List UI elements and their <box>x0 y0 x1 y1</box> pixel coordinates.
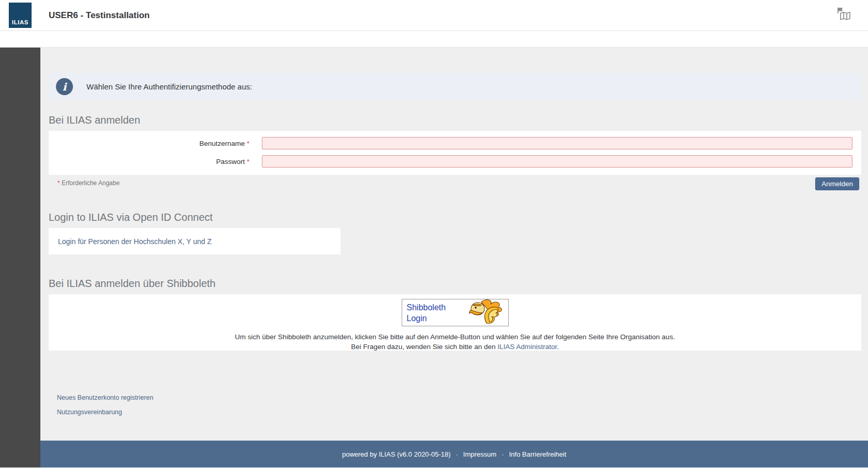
shibboleth-phoenix-icon <box>466 299 506 326</box>
terms-link[interactable]: Nutzungsvereinbarung <box>57 409 861 416</box>
passwort-label: Passwort * <box>49 158 249 165</box>
required-asterisk: * <box>247 158 249 165</box>
openid-box: Login für Personen der Hochschulen X, Y … <box>49 228 341 254</box>
subheader-bar <box>0 31 868 48</box>
ilias-administrator-link[interactable]: ILIAS Administrator <box>497 343 557 351</box>
page-title: USER6 - Testinstallation <box>49 10 150 21</box>
passwort-input[interactable] <box>262 155 852 168</box>
shibboleth-box: Shibboleth Login <box>49 294 861 351</box>
language-flags-icon <box>836 6 851 25</box>
shibboleth-login-button[interactable]: Shibboleth Login <box>402 299 509 326</box>
impressum-link[interactable]: Impressum <box>463 450 496 458</box>
shibboleth-section-heading: Bei ILIAS anmelden über Shibboleth <box>49 278 861 290</box>
bottom-links: Neues Benutzerkonto registrieren Nutzung… <box>49 394 861 416</box>
benutzername-label: Benutzername * <box>49 140 249 147</box>
openid-section-heading: Login to ILIAS via Open ID Connect <box>49 212 861 223</box>
info-text: Wählen Sie Ihre Authentifizierungsmethod… <box>86 82 252 91</box>
shibboleth-instruction-line1: Um sich über Shibboleth anzumelden, klic… <box>49 332 861 342</box>
register-link[interactable]: Neues Benutzerkonto registrieren <box>57 394 861 401</box>
powered-by-text: powered by ILIAS (v6.0 2020-05-18) <box>342 450 451 458</box>
field-row-passwort: Passwort * <box>49 155 852 168</box>
shibboleth-instruction-line2: Bei Fragen dazu, wenden Sie sich bitte a… <box>49 342 861 352</box>
benutzername-input[interactable] <box>262 137 852 149</box>
required-note: * Erforderliche Angabe <box>49 179 861 187</box>
info-box: i Wählen Sie Ihre Authentifizierungsmeth… <box>49 73 861 100</box>
anmelden-button[interactable]: Anmelden <box>815 177 859 190</box>
info-icon: i <box>56 78 73 95</box>
required-asterisk: * <box>247 140 249 147</box>
header: ILIAS USER6 - Testinstallation <box>0 0 868 31</box>
footer: powered by ILIAS (v6.0 2020-05-18) · Imp… <box>40 441 868 467</box>
openid-login-link[interactable]: Login für Personen der Hochschulen X, Y … <box>58 237 212 246</box>
required-asterisk: * <box>57 179 60 187</box>
login-form: Benutzername * Passwort * <box>49 131 861 175</box>
ilias-logo-text: ILIAS <box>12 19 28 28</box>
language-switcher-button[interactable] <box>835 7 852 24</box>
footer-separator: · <box>502 450 504 458</box>
main-area: i Wählen Sie Ihre Authentifizierungsmeth… <box>40 48 868 467</box>
login-section-heading: Bei ILIAS anmelden <box>49 114 861 126</box>
shibboleth-instructions: Um sich über Shibboleth anzumelden, klic… <box>49 332 861 352</box>
barrierefreiheit-link[interactable]: Info Barrierefreiheit <box>509 450 567 458</box>
login-page: ILIAS USER6 - Testinstallation i Wähle <box>0 0 868 468</box>
ilias-logo[interactable]: ILIAS <box>9 3 32 28</box>
sidebar <box>0 48 40 467</box>
shibboleth-button-label: Shibboleth Login <box>407 302 466 324</box>
footer-separator: · <box>456 450 458 458</box>
field-row-benutzername: Benutzername * <box>49 137 852 149</box>
form-actions: * Erforderliche Angabe Anmelden <box>49 175 861 198</box>
